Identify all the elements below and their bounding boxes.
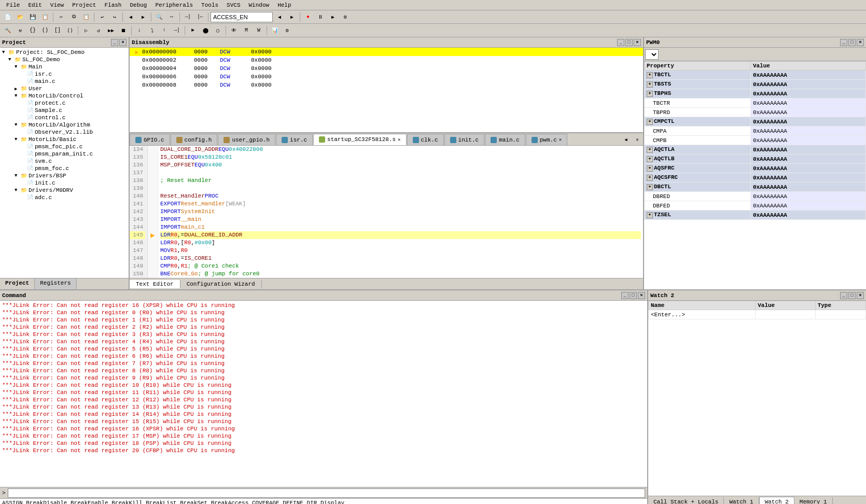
pwm-row-cmpctl[interactable]: +CMPCTL 0xAAAAAAAA xyxy=(645,117,866,127)
tree-item-svm[interactable]: 📄 svm.c xyxy=(1,158,128,165)
tb2-debug-start[interactable]: ▷ xyxy=(80,25,92,36)
tb2-brackets[interactable]: [] xyxy=(52,25,63,36)
tab-close-all[interactable]: ✕ xyxy=(632,134,643,145)
tb-indent[interactable]: →| xyxy=(182,11,193,23)
tab-call-stack[interactable]: Call Stack + Locals xyxy=(648,497,724,505)
tb2-reset[interactable]: ↺ xyxy=(93,25,104,36)
tb-target-next[interactable]: ▶ xyxy=(286,11,298,23)
watch2-placeholder-row[interactable]: <Enter...> xyxy=(649,310,866,319)
tb-nav-fwd[interactable]: ▶ xyxy=(137,11,149,23)
tb2-run-to[interactable]: →| xyxy=(171,25,183,36)
tab-init-c[interactable]: init.c xyxy=(444,134,485,145)
pwm-row-tbphs[interactable]: +TBPHS 0xAAAAAAAA xyxy=(645,89,866,99)
tb-undo[interactable]: ↩ xyxy=(96,11,108,23)
tree-item-sl-foc[interactable]: ▼ 📁 SL_FOC_Demo xyxy=(1,56,128,63)
disasm-row-2[interactable]: 0x00000004 0000 DCW 0x0000 xyxy=(130,64,643,73)
code-area[interactable]: DUAL_CORE_ID_ADDR EQU 0x40022800 IS_CORE… xyxy=(158,146,643,278)
tb2-step-over[interactable]: ⤵ xyxy=(146,25,158,36)
tree-item-protect[interactable]: 📄 protect.c xyxy=(1,100,128,107)
pwm-row-cmpb[interactable]: CMPB 0xAAAAAAAA xyxy=(645,136,866,145)
tree-item-main-c[interactable]: 📄 main.c xyxy=(1,78,128,85)
tb2-rebuild[interactable]: ⚒ xyxy=(15,25,26,36)
tb-replace[interactable]: ↔ xyxy=(166,11,177,23)
menu-debug[interactable]: Debug xyxy=(125,1,151,9)
pwm-row-dbred[interactable]: DBRED 0xAAAAAAAA xyxy=(645,192,866,201)
menu-file[interactable]: File xyxy=(2,1,24,9)
disasm-minimize[interactable]: _ xyxy=(617,39,624,46)
pwm-maximize[interactable]: □ xyxy=(848,39,856,46)
tree-item-drivers-bsp[interactable]: ▼ 📁 Drivers/BSP xyxy=(1,172,128,179)
tb2-perf[interactable]: 📊 xyxy=(269,25,281,36)
tree-item-observer[interactable]: 📄 Observer_V2.1.lib xyxy=(1,129,128,136)
tb2-braces[interactable]: {} xyxy=(27,25,38,36)
tab-gpio-c[interactable]: GPIO.c xyxy=(130,134,170,145)
tb-open[interactable]: 📂 xyxy=(15,11,26,23)
expand-dbctl[interactable]: + xyxy=(647,184,653,190)
tree-item-drivers-m0drv[interactable]: ▼ 📁 Drivers/M0DRV xyxy=(1,187,128,194)
pwm-row-aqctlb[interactable]: +AQCTLB 0xAAAAAAAA xyxy=(645,155,866,164)
watch2-close[interactable]: × xyxy=(857,292,864,299)
tree-item-user[interactable]: ▶ 📁 User xyxy=(1,85,128,92)
pwm-row-tbctr[interactable]: TBCTR 0xAAAAAAAA xyxy=(645,99,866,108)
btm-tab-text-editor[interactable]: Text Editor xyxy=(130,280,180,288)
tab-close-pwm[interactable]: ✕ xyxy=(559,137,562,143)
tb-find[interactable]: 🔍 xyxy=(153,11,165,23)
tb-run[interactable]: ▶ xyxy=(327,11,339,23)
tb2-step-into[interactable]: ↓ xyxy=(134,25,145,36)
tree-item-pmsm-foc[interactable]: 📄 pmsm_foc.c xyxy=(1,165,128,172)
pwm-row-aqcsfrc[interactable]: +AQCSFRC 0xAAAAAAAA xyxy=(645,173,866,183)
tb2-show-next[interactable]: ► xyxy=(187,25,199,36)
expand-tbsts[interactable]: + xyxy=(647,81,653,88)
pwm-row-tbctl[interactable]: +TBCTL 0xAAAAAAAA xyxy=(645,71,866,80)
menu-tools[interactable]: Tools xyxy=(197,1,222,9)
pwm-row-aqsfrc[interactable]: +AQSFRC 0xAAAAAAAA xyxy=(645,164,866,173)
watch2-minimize[interactable]: _ xyxy=(840,292,847,299)
menu-help[interactable]: Help xyxy=(273,1,295,9)
tree-item-adc[interactable]: 📄 adc.c xyxy=(1,194,128,201)
tb2-braces2[interactable]: () xyxy=(39,25,51,36)
tab-scroll-left[interactable]: ◀ xyxy=(620,134,632,145)
tb-compile[interactable]: ● xyxy=(302,11,314,23)
tab-clk-c[interactable]: clk.c xyxy=(407,134,444,145)
disasm-row-1[interactable]: 0x00000002 0000 DCW 0x0000 xyxy=(130,56,643,64)
btm-tab-config-wizard[interactable]: Configuration Wizard xyxy=(180,280,262,288)
tree-item-main[interactable]: ▼ 📁 Main xyxy=(1,63,128,71)
tab-startup[interactable]: startup_SC32F58128.s ✕ xyxy=(313,134,406,145)
tb-unindent[interactable]: |← xyxy=(194,11,206,23)
command-maximize[interactable]: □ xyxy=(630,292,637,299)
disasm-row-0[interactable]: ▶ 0x00000000 0000 DCW 0x0000 xyxy=(130,48,643,56)
tb-saveall[interactable]: 📋 xyxy=(39,11,51,23)
disasm-row-3[interactable]: 0x00000006 0000 DCW 0x0000 xyxy=(130,73,643,81)
tree-item-motorlib-basic[interactable]: ▼ 📁 MotorLib/Basic xyxy=(1,136,128,143)
tree-item-isr[interactable]: 📄 isr.c xyxy=(1,71,128,78)
menu-project[interactable]: Project xyxy=(68,1,100,9)
tb2-step-out[interactable]: ↑ xyxy=(159,25,170,36)
menu-peripherals[interactable]: Peripherals xyxy=(151,1,197,9)
tb-cut[interactable]: ✂ xyxy=(55,11,67,23)
tree-item-motorlib-ctrl[interactable]: ▼ 📁 MotorLib/Control xyxy=(1,92,128,100)
tb-stop[interactable]: ⏸ xyxy=(315,11,326,23)
menu-svcs[interactable]: SVCS xyxy=(222,1,244,9)
command-close[interactable]: × xyxy=(638,292,645,299)
pwm-row-cmpa[interactable]: CMPA 0xAAAAAAAA xyxy=(645,127,866,136)
pwm-row-dbfed[interactable]: DBFED 0xAAAAAAAA xyxy=(645,201,866,211)
project-minimize[interactable]: _ xyxy=(111,39,118,46)
expand-tzsel[interactable]: + xyxy=(647,212,653,218)
tb2-build[interactable]: 🔨 xyxy=(2,25,13,36)
pwm-row-aqctla[interactable]: +AQCTLA 0xAAAAAAAA xyxy=(645,145,866,155)
disasm-row-4[interactable]: 0x00000008 0000 DCW 0x0000 xyxy=(130,81,643,89)
tb2-brackets2[interactable]: ⟨⟩ xyxy=(64,25,76,36)
command-minimize[interactable]: _ xyxy=(621,292,628,299)
tb2-view[interactable]: 👁 xyxy=(228,25,240,36)
tab-isr-c[interactable]: isr.c xyxy=(276,134,313,145)
tree-item-root[interactable]: ▼ 📁 Project: SL_FOC_Demo xyxy=(1,49,128,56)
tb-save[interactable]: 💾 xyxy=(27,11,38,23)
tab-main-c[interactable]: main.c xyxy=(485,134,525,145)
tb2-mem[interactable]: M xyxy=(241,25,252,36)
tab-watch2[interactable]: Watch 2 xyxy=(759,497,794,504)
target-select[interactable] xyxy=(211,12,273,22)
tb-copy[interactable]: ⧉ xyxy=(68,11,79,23)
tree-item-control[interactable]: 📄 control.c xyxy=(1,114,128,121)
tree-item-motorlib-algo[interactable]: ▼ 📁 MotorLib/Algorithm xyxy=(1,121,128,129)
tb-target-prev[interactable]: ◀ xyxy=(274,11,285,23)
